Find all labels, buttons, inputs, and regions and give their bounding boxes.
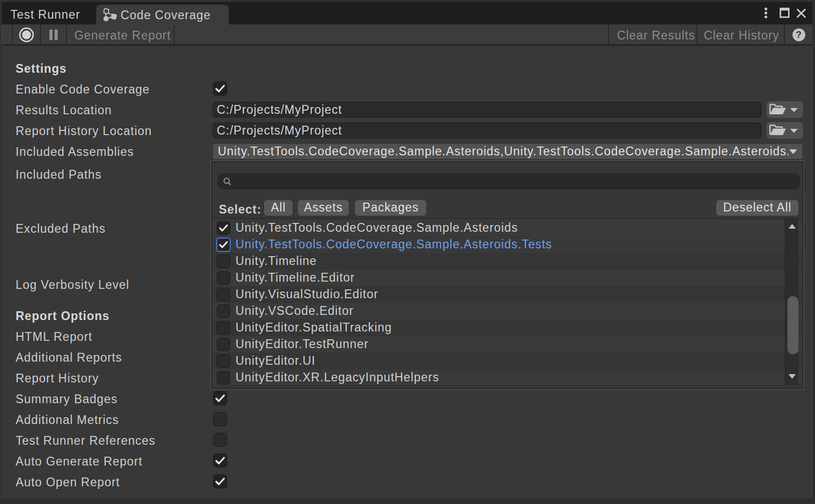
svg-text:?: ? bbox=[796, 30, 802, 40]
